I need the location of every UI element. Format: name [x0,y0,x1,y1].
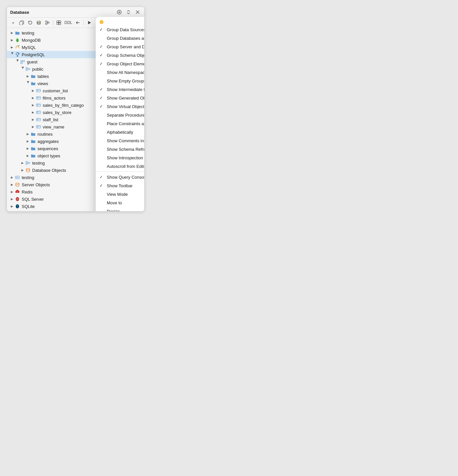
add-icon-btn[interactable] [116,9,123,15]
menu-item-label: Show Empty Groups [107,79,145,83]
menu-item-label: Group Server and Database Objects [107,44,145,49]
grid-button[interactable] [55,19,62,26]
view-icon [36,95,41,101]
menu-item-label: Group Schema Objects [107,53,145,58]
svg-rect-13 [57,21,59,23]
minimize-btn[interactable] [100,20,103,24]
sqlserver-icon [15,196,20,202]
menu-item-separate-procedures[interactable]: Separate Procedures and Functions [96,111,145,119]
panel-title: Database [10,10,29,15]
chevron-right-icon: ▶ [31,110,35,115]
check-icon: ✓ [100,61,105,66]
menu-item-show-virtual-objects[interactable]: ✓Show Virtual Objects [96,102,145,111]
chevron-right-icon: ▶ [10,197,14,201]
menu-item-place-constraints[interactable]: Place Constraints and Similar Objects un… [96,119,145,128]
folder-blue-icon [31,74,36,79]
menu-item-show-generated-objects[interactable]: ✓Show Generated Objects [96,94,145,102]
menu-item-show-query-console[interactable]: ✓Show Query Console Toolbar [96,173,145,181]
svg-rect-9 [46,23,47,25]
chevron-right-icon: ▶ [20,168,25,172]
chevron-right-icon: ▶ [20,161,25,165]
svg-rect-50 [26,163,27,165]
panel-header: Database [7,7,144,18]
menu-item-alphabetically[interactable]: Alphabetically [96,128,145,136]
refresh-button[interactable] [27,19,34,26]
postgres-icon [15,52,20,57]
svg-rect-40 [36,111,40,114]
arrow-button[interactable] [74,19,81,26]
chevron-right-icon: ▶ [31,117,35,122]
check-icon: ✓ [100,53,105,57]
menu-item-resize[interactable]: Resize› [96,207,145,212]
menu-item-label: Show Intermediate Nodes [107,87,145,92]
svg-rect-43 [36,118,40,121]
menu-item-group-object-elements[interactable]: ✓Group Object Elements [96,59,145,68]
menu-item-group-data-sources[interactable]: ✓Group Data Sources [96,25,145,34]
chevron-right-icon: ▶ [31,96,35,100]
datasource-properties-button[interactable] [35,19,42,26]
svg-rect-14 [59,21,61,23]
ddl-label: DDL [64,20,73,25]
menu-item-label: Move to [107,200,145,205]
menu-item-show-intermediate-nodes[interactable]: ✓Show Intermediate Nodes [96,85,145,94]
close-btn[interactable] [134,9,141,15]
svg-rect-22 [23,60,25,62]
schema-icon [45,20,50,25]
menu-item-group-server-db-objects[interactable]: ✓Group Server and Database Objects [96,42,145,51]
chevron-right-icon: ▶ [25,146,30,151]
sqlite-icon [15,204,20,209]
schema-blue-icon [15,175,20,180]
context-menu: ✓Group Data SourcesGroup Databases and S… [96,17,145,212]
menu-item-show-all-namespaces[interactable]: Show All Namespaces [96,68,145,77]
chevron-up-down-btn[interactable] [125,9,132,15]
menu-item-autoscroll[interactable]: Autoscroll from Editor [96,162,145,170]
menu-item-label: Group Object Elements [107,61,145,66]
circle-plus-icon [117,10,122,14]
menu-item-view-mode[interactable]: View Mode› [96,190,145,198]
run-button[interactable] [86,19,93,26]
run-icon [87,20,92,25]
menu-item-show-introspection[interactable]: Show Introspection Level Icons (Oracle o… [96,153,145,162]
menu-item-label: Show Toolbar [107,183,145,188]
svg-rect-6 [20,22,23,25]
svg-rect-34 [36,97,40,99]
folder-blue-icon [31,81,36,86]
folder-blue-icon [31,131,36,137]
view-icon [36,117,41,122]
add-button[interactable]: + [10,19,17,26]
db-objects-icon [25,168,31,173]
svg-rect-23 [21,62,22,64]
menu-item-label: Alphabetically [107,130,145,135]
menu-item-show-toolbar[interactable]: ✓Show Toolbar [96,181,145,190]
database-panel: Database [7,7,145,212]
toolbar-separator-2 [83,20,84,25]
schema-button[interactable] [44,19,51,26]
toolbar-separator-1 [53,20,53,25]
menu-item-move-to[interactable]: Move to› [96,198,145,207]
menu-item-label: Show Comments instead of Details [107,138,145,143]
chevron-right-icon: ▶ [25,132,30,136]
menu-item-show-schema-refresh[interactable]: Show Schema Refresh Time [96,145,145,153]
menu-item-group-schema-objects[interactable]: ✓Group Schema Objects [96,51,145,59]
chevron-right-icon: ▶ [10,31,14,35]
folder-blue-icon [31,146,36,151]
mysql-icon [15,45,20,50]
menu-item-label: Group Databases and Schemas [107,36,145,41]
chevron-down-icon: ▶ [15,59,19,64]
menu-item-group-databases-schemas[interactable]: Group Databases and Schemas [96,34,145,42]
db-server-icon [15,182,20,187]
copy-button[interactable] [18,19,25,26]
menu-item-label: Show Generated Objects [107,96,145,101]
chevron-right-icon: ▶ [31,125,35,129]
svg-rect-31 [36,89,40,92]
menu-item-show-empty-groups[interactable]: Show Empty Groups [96,77,145,85]
menu-item-label: Show All Namespaces [107,70,145,75]
menu-item-label: Resize [107,209,145,212]
chevron-right-icon: ▶ [10,38,14,42]
menu-item-show-comments[interactable]: Show Comments instead of Details [96,136,145,145]
view-icon [36,110,41,115]
svg-rect-10 [48,22,49,23]
chevron-right-icon: ▶ [25,139,30,144]
menu-item-label: Show Schema Refresh Time [107,147,145,152]
check-icon: ✓ [100,104,105,109]
